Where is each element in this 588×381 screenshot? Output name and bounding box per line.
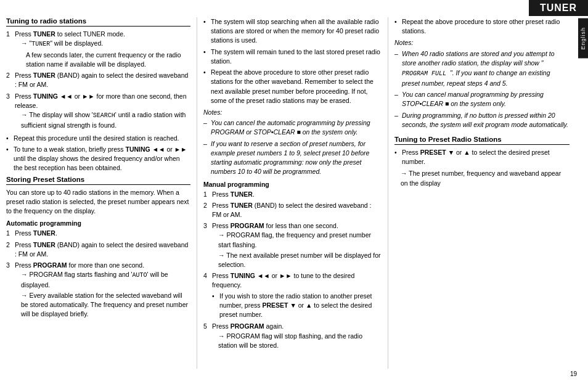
tuning-steps: 1 Press TUNER to select TUNER mode. → "T… xyxy=(6,30,190,130)
note-2-1: When 40 radio stations are stored and yo… xyxy=(394,49,570,88)
main-content: Tuning to radio stations 1 Press TUNER t… xyxy=(6,17,570,369)
step-1: 1 Press TUNER to select TUNER mode. → "T… xyxy=(6,30,190,69)
step4-bullets: If you wish to store the radio station t… xyxy=(212,292,382,320)
notes-label-1: Notes: xyxy=(203,108,382,117)
right-bullet-1: Repeat the above procedure to store othe… xyxy=(394,17,570,36)
mid-bullet-3: Repeat the above procedure to store othe… xyxy=(203,68,382,105)
storing-intro: You can store up to 40 radio stations in… xyxy=(6,188,190,216)
note-1-1: You can cancel the automatic programming… xyxy=(203,118,382,137)
section-preset-title: Tuning to Preset Radio Stations xyxy=(394,136,570,145)
bullet-weak: To tune to a weak station, briefly press… xyxy=(6,145,190,173)
right-bullets-top: Repeat the above procedure to store othe… xyxy=(394,17,570,36)
page-number: 19 xyxy=(570,371,577,377)
page-title: TUNER xyxy=(529,0,588,16)
mid-bullet-2: The system will remain tuned to the last… xyxy=(203,47,382,66)
manual-step-1: 1 Press TUNER. xyxy=(203,190,382,199)
section-tuning-title: Tuning to radio stations xyxy=(6,17,190,27)
notes-label-2: Notes: xyxy=(394,38,570,47)
manual-step-3: 3 Press PROGRAM for less than one second… xyxy=(203,221,382,269)
auto-step-2: 2 Press TUNER (BAND) again to select the… xyxy=(6,240,190,259)
preset-bullet-1: Press PRESET ▼ or ▲ to select the desire… xyxy=(394,148,570,166)
note-1-2: If you want to reserve a section of pres… xyxy=(203,139,382,177)
language-badge: English xyxy=(578,18,588,59)
mid-bullet-1: The system will stop searching when all … xyxy=(203,17,382,46)
preset-bullets: Press PRESET ▼ or ▲ to select the desire… xyxy=(394,148,570,166)
auto-step-3: 3 Press PROGRAM for more than one second… xyxy=(6,261,190,319)
step4-bullet-1: If you wish to store the radio station t… xyxy=(212,292,382,320)
bullet-repeat: Repeat this procedure until the desired … xyxy=(6,134,190,143)
notes-2: When 40 radio stations are stored and yo… xyxy=(394,49,570,129)
auto-step-1: 1 Press TUNER. xyxy=(6,229,190,238)
preset-arrow: → The preset number, frequency and waveb… xyxy=(394,169,570,187)
step-3: 3 Press TUNING ◄◄ or ►► for more than on… xyxy=(6,92,190,130)
manual-steps: 1 Press TUNER. 2 Press TUNER (BAND) to s… xyxy=(203,190,382,351)
column-left: Tuning to radio stations 1 Press TUNER t… xyxy=(6,17,197,369)
manual-step-2: 2 Press TUNER (BAND) to select the desir… xyxy=(203,201,382,219)
column-mid: The system will stop searching when all … xyxy=(197,17,388,369)
step-2: 2 Press TUNER (BAND) again to select the… xyxy=(6,71,190,89)
note-2-2: You can cancel manual programming by pre… xyxy=(394,90,570,109)
section-storing-title: Storing Preset Stations xyxy=(6,176,190,185)
auto-steps: 1 Press TUNER. 2 Press TUNER (BAND) agai… xyxy=(6,229,190,319)
note-2-3: During programming, if no button is pres… xyxy=(394,111,570,129)
manual-step-4: 4 Press TUNING ◄◄ or ►► to tune to the d… xyxy=(203,271,382,319)
mid-bullets: The system will stop searching when all … xyxy=(203,17,382,105)
tuning-bullets: Repeat this procedure until the desired … xyxy=(6,134,190,173)
column-right: Repeat the above procedure to store othe… xyxy=(388,17,570,369)
auto-prog-title: Automatic programming xyxy=(6,219,190,227)
page-header: TUNER xyxy=(0,0,588,16)
manual-prog-title: Manual programming xyxy=(203,181,382,188)
manual-step-5: 5 Press PROGRAM again. → PROGRAM flag wi… xyxy=(203,322,382,350)
notes-1: You can cancel the automatic programming… xyxy=(203,118,382,176)
